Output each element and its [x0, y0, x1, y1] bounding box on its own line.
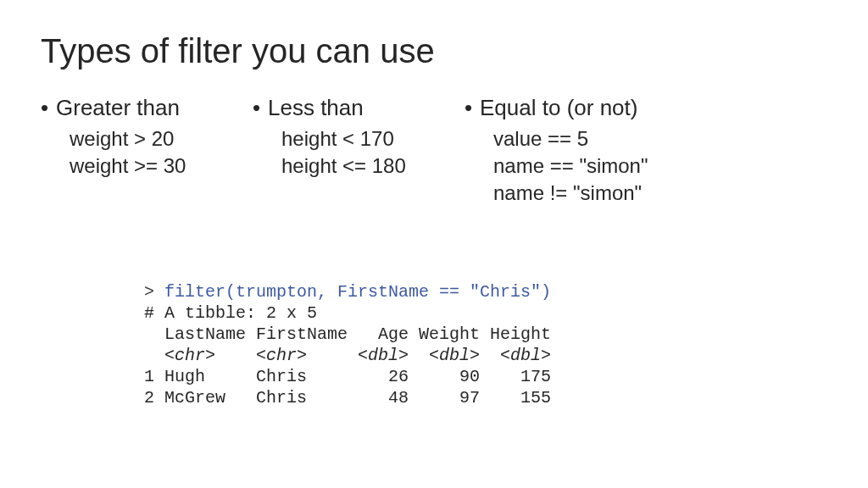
table-row: 2 McGrew Chris 48 97 155 [144, 388, 551, 408]
col-header-text: Greater than [56, 94, 180, 122]
col-header: • Less than [253, 94, 431, 122]
bullet-icon: • [41, 94, 56, 122]
col-examples: value == 5 name == "simon" name != "simo… [465, 125, 668, 208]
columns-container: • Greater than weight > 20 weight >= 30 … [41, 94, 827, 208]
example-line: height <= 180 [281, 152, 431, 180]
example-line: height < 170 [281, 125, 431, 152]
r-prompt: > [144, 282, 164, 302]
col-header-text: Less than [268, 94, 364, 122]
example-line: name == "simon" [493, 152, 668, 180]
col-examples: weight > 20 weight >= 30 [41, 125, 219, 180]
col-greater-than: • Greater than weight > 20 weight >= 30 [41, 94, 219, 208]
code-output: > filter(trumpton, FirstName == "Chris")… [144, 281, 551, 408]
col-header: • Greater than [41, 94, 219, 122]
col-header-text: Equal to (or not) [480, 94, 637, 122]
page-title: Types of filter you can use [41, 32, 827, 70]
example-line: weight >= 30 [70, 152, 219, 180]
tibble-colnames: LastName FirstName Age Weight Height [144, 324, 551, 344]
bullet-icon: • [253, 94, 268, 122]
example-line: weight > 20 [70, 125, 219, 152]
col-less-than: • Less than height < 170 height <= 180 [253, 94, 431, 208]
col-equal-to: • Equal to (or not) value == 5 name == "… [465, 94, 668, 208]
col-examples: height < 170 height <= 180 [253, 125, 431, 180]
slide: Types of filter you can use • Greater th… [0, 0, 868, 488]
r-command: filter(trumpton, FirstName == "Chris") [164, 282, 551, 302]
example-line: value == 5 [493, 125, 668, 152]
tibble-coltypes: <chr> <chr> <dbl> <dbl> <dbl> [144, 346, 551, 365]
tibble-header: # A tibble: 2 x 5 [144, 303, 317, 323]
col-header: • Equal to (or not) [465, 94, 668, 122]
table-row: 1 Hugh Chris 26 90 175 [144, 367, 551, 386]
example-line: name != "simon" [493, 180, 668, 207]
bullet-icon: • [465, 94, 480, 122]
